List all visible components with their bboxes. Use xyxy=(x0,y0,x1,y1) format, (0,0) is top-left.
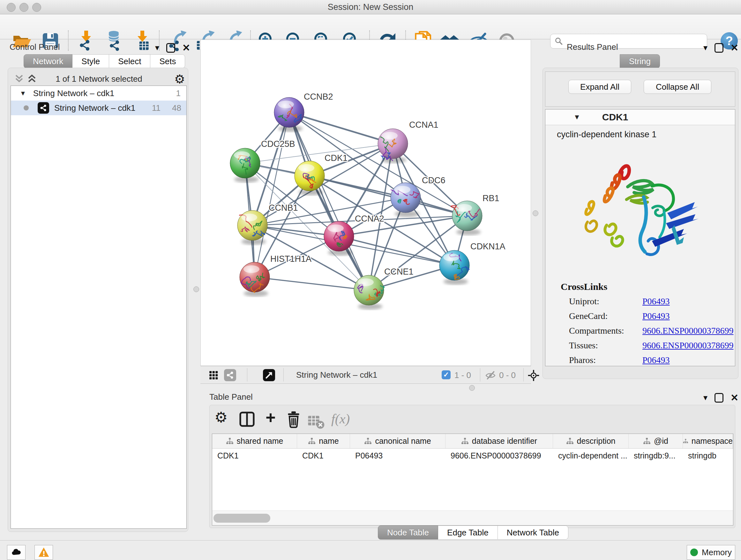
birdseye-nav-icon[interactable] xyxy=(528,369,540,381)
table-cell[interactable]: stringdb:9... xyxy=(629,449,683,462)
gene-header-row[interactable]: ▼ CDK1 xyxy=(545,110,735,125)
column-header-database-identifier[interactable]: database identifier xyxy=(446,434,553,448)
panel-close-icon[interactable]: ✕ xyxy=(182,42,190,53)
network-node-cdc25b[interactable] xyxy=(230,148,260,178)
horizontal-splitter-handle[interactable] xyxy=(469,385,475,391)
network-share-icon[interactable] xyxy=(224,369,236,381)
memory-button[interactable]: Memory xyxy=(687,545,735,560)
tab-node-table[interactable]: Node Table xyxy=(378,525,438,540)
table-cell[interactable]: 9606.ENSP00000378699 xyxy=(446,449,553,462)
panel-collapse-icon[interactable]: ▾ xyxy=(703,393,708,402)
column-header-name[interactable]: name xyxy=(297,434,350,448)
network-node-cdc6[interactable] xyxy=(391,183,421,212)
panel-close-icon[interactable]: ✕ xyxy=(731,42,738,53)
collapse-all-networks-icon[interactable] xyxy=(14,73,24,84)
table-cell[interactable]: stringdb xyxy=(683,449,733,462)
column-header-shared-name[interactable]: shared name xyxy=(212,434,297,448)
table-cell[interactable]: CDK1 xyxy=(297,449,350,462)
crosslinks-title: CrossLinks xyxy=(561,281,735,292)
table-cell[interactable]: P06493 xyxy=(350,449,446,462)
sitemap-icon xyxy=(683,437,688,445)
crosslink-link[interactable]: P06493 xyxy=(643,355,670,365)
network-row-selected[interactable]: String Network – cdk1 11 48 xyxy=(11,101,186,115)
add-column-icon[interactable]: + xyxy=(262,408,280,425)
network-edge[interactable] xyxy=(255,277,369,290)
show-columns-icon[interactable] xyxy=(238,410,256,428)
selected-checkbox-icon[interactable]: ✓ xyxy=(442,370,451,379)
panel-close-icon[interactable]: ✕ xyxy=(731,392,738,403)
column-header-namespace[interactable]: namespace xyxy=(683,434,733,448)
sitemap-icon xyxy=(643,437,651,445)
detach-view-icon[interactable] xyxy=(263,369,275,381)
network-edge[interactable] xyxy=(255,112,289,277)
network-node-ccne1[interactable] xyxy=(354,275,384,305)
crosslink-link[interactable]: 9606.ENSP00000378699 xyxy=(643,326,733,336)
network-canvas[interactable]: CCNB2CCNA1CDC25BCDK1CDC6RB1CCNB1CCNA2CDK… xyxy=(200,40,531,366)
panel-float-icon[interactable] xyxy=(715,393,724,402)
horizontal-scrollbar[interactable] xyxy=(212,510,733,525)
node-label: RB1 xyxy=(482,193,499,203)
node-gloss xyxy=(241,213,257,221)
delete-column-trash-icon[interactable] xyxy=(285,410,302,428)
control-panel-buttons: ▾ ✕ xyxy=(155,42,190,53)
left-splitter-handle[interactable] xyxy=(193,287,199,292)
node-gloss xyxy=(278,101,294,108)
table-settings-gear-icon[interactable]: ⚙ xyxy=(214,409,232,427)
column-header-description[interactable]: description xyxy=(553,434,629,448)
tab-network[interactable]: Network xyxy=(23,54,72,68)
crosslink-link[interactable]: P06493 xyxy=(643,296,670,307)
panel-float-icon[interactable] xyxy=(166,43,175,53)
collection-count: 1 xyxy=(176,88,181,98)
crosslink-link[interactable]: P06493 xyxy=(643,311,670,321)
network-collection-row[interactable]: ▼ String Network – cdk1 1 xyxy=(11,86,186,101)
table-cell[interactable]: cyclin-dependent ... xyxy=(553,449,629,462)
expand-all-networks-icon[interactable] xyxy=(27,73,37,84)
warnings-button[interactable] xyxy=(35,545,53,560)
network-edge[interactable] xyxy=(289,112,393,144)
network-node-ccnb2[interactable] xyxy=(274,98,304,127)
crosslink-label: Tissues: xyxy=(569,340,643,351)
node-label: HIST1H1A xyxy=(270,254,312,264)
crosslink-label: GeneCard: xyxy=(569,311,643,321)
memory-label: Memory xyxy=(702,548,732,557)
import-database-button[interactable] xyxy=(104,30,125,51)
import-network-button[interactable] xyxy=(76,30,96,51)
tab-edge-table[interactable]: Edge Table xyxy=(438,525,498,540)
network-type-icon xyxy=(38,102,49,114)
tab-string[interactable]: String xyxy=(620,54,660,68)
cloud-status-button[interactable] xyxy=(7,545,25,560)
panel-float-icon[interactable] xyxy=(715,43,724,53)
panel-collapse-icon[interactable]: ▾ xyxy=(703,43,708,53)
table-row[interactable]: CDK1CDK1P064939606.ENSP00000378699cyclin… xyxy=(212,449,733,462)
tab-select[interactable]: Select xyxy=(109,54,150,68)
birdseye-grid-icon[interactable] xyxy=(207,369,219,381)
node-label: CDC6 xyxy=(422,176,446,185)
crosslink-label: Compartments: xyxy=(569,326,643,336)
right-splitter-handle[interactable] xyxy=(533,210,538,216)
network-node-cdk1[interactable] xyxy=(294,161,325,191)
network-node-ccna1[interactable] xyxy=(378,129,408,161)
panel-collapse-icon[interactable]: ▾ xyxy=(155,43,159,53)
tab-network-table[interactable]: Network Table xyxy=(498,525,568,540)
node-gloss xyxy=(443,253,459,261)
import-table-button[interactable] xyxy=(132,30,152,51)
tree-expander-icon[interactable]: ▼ xyxy=(20,90,26,97)
network-node-hist1h1a[interactable] xyxy=(240,262,270,293)
column-header--id[interactable]: @id xyxy=(629,434,683,448)
gene-expander-icon[interactable]: ▼ xyxy=(574,113,581,121)
expand-all-button[interactable]: Expand All xyxy=(568,80,631,94)
column-header-canonical-name[interactable]: canonical name xyxy=(350,434,446,448)
network-node-ccna2[interactable] xyxy=(324,221,354,251)
network-node-cdkn1a[interactable] xyxy=(440,250,469,280)
table-cell[interactable]: CDK1 xyxy=(212,449,297,462)
node-gloss xyxy=(456,204,472,212)
collapse-all-button[interactable]: Collapse All xyxy=(644,80,711,94)
network-node-ccnb1[interactable] xyxy=(238,210,267,240)
crosslink-row: Uniprot:P06493 xyxy=(569,294,735,309)
tab-style[interactable]: Style xyxy=(72,54,109,68)
tab-sets[interactable]: Sets xyxy=(150,54,185,68)
network-options-gear-icon[interactable]: ⚙ xyxy=(174,72,185,86)
network-edge-count: 48 xyxy=(172,103,181,113)
crosslink-link[interactable]: 9606.ENSP00000378699 xyxy=(643,340,733,351)
scrollbar-thumb[interactable] xyxy=(213,514,270,523)
